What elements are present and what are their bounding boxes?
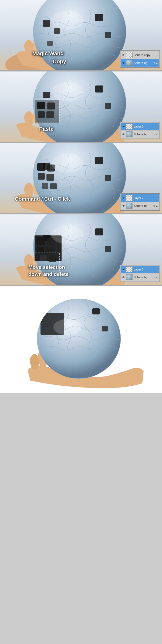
layers-panel-4: 👁 Layer 2 👁 Sphere bg fx ▲ <box>120 265 160 282</box>
label-paste: Paste <box>39 125 53 132</box>
layer-row-sphere-bg-p2[interactable]: 👁 Sphere bg fx ▲ <box>121 131 159 138</box>
panel-3: Command / Ctrl - Click 👁 Layer 2 👁 Spher… <box>0 143 162 214</box>
svg-rect-42 <box>46 247 54 254</box>
svg-point-49 <box>37 299 121 379</box>
fx-icon-p4: fx ▲ <box>153 276 158 279</box>
layer-row-sphere-bg-p4[interactable]: 👁 Sphere bg fx ▲ <box>121 273 159 281</box>
svg-rect-12 <box>95 85 103 93</box>
layer-name-p2-2: Sphere bg <box>134 133 152 136</box>
svg-point-32 <box>51 154 84 173</box>
panel-5 <box>0 286 162 393</box>
svg-rect-26 <box>37 163 45 171</box>
globe-image-5 <box>1 286 162 393</box>
svg-point-46 <box>51 225 84 244</box>
layer-thumb-p4-1 <box>126 266 133 272</box>
eye-icon-2: 👁 <box>122 61 125 65</box>
fx-icon-p3: fx ▲ <box>153 204 158 207</box>
svg-rect-50 <box>92 308 100 314</box>
layer-row-sphere-copy[interactable]: 👁 Sphere copy <box>121 51 159 59</box>
svg-rect-37 <box>105 246 111 252</box>
eye-icon-p2-2: 👁 <box>122 132 125 136</box>
svg-rect-19 <box>46 111 54 118</box>
layer-thumb-1 <box>126 52 133 58</box>
layer-thumb-p4-2 <box>126 274 133 280</box>
svg-rect-25 <box>105 175 111 181</box>
svg-rect-30 <box>42 183 48 189</box>
svg-rect-44 <box>49 256 56 262</box>
layer-row-layer2-p4[interactable]: 👁 Layer 2 <box>121 266 159 273</box>
layer-name-p4-2: Sphere bg <box>134 276 152 279</box>
svg-rect-29 <box>46 174 54 181</box>
layer-thumb-p3-1 <box>126 195 133 201</box>
layers-panel-2: 👁 Layer 2 👁 Sphere bg fx ▲ <box>120 122 160 139</box>
layer-name-p3-1: Layer 2 <box>134 196 158 200</box>
svg-point-8 <box>51 11 84 30</box>
panel-2: Paste 👁 Layer 2 👁 Sphere bg fx ▲ <box>0 71 162 143</box>
svg-rect-31 <box>50 183 57 189</box>
eye-icon-p2-1: 👁 <box>122 125 125 128</box>
svg-rect-43 <box>40 255 47 261</box>
layer-row-sphere-bg[interactable]: 👁 Sphere bg fx ▲ <box>121 59 159 67</box>
layers-panel-3: 👁 Layer 2 👁 Sphere bg fx ▲ <box>120 193 160 211</box>
label-down-delete: down and delete <box>28 271 69 278</box>
layer-name-p2-1: Layer 2 <box>134 125 158 128</box>
svg-rect-17 <box>47 102 55 109</box>
fx-icon-p2: fx ▲ <box>153 133 158 136</box>
layer-thumb-p2-2 <box>126 131 133 137</box>
layer-row-sphere-bg-p3[interactable]: 👁 Sphere bg fx ▲ <box>121 202 159 210</box>
svg-rect-3 <box>43 20 50 27</box>
layer-name-2: Sphere bg <box>134 61 152 64</box>
svg-point-20 <box>51 82 84 101</box>
layer-thumb-2 <box>126 60 133 66</box>
svg-rect-5 <box>95 14 103 21</box>
layer-thumb-p2-1 <box>126 124 133 129</box>
svg-rect-18 <box>38 111 45 118</box>
svg-rect-11 <box>43 92 50 98</box>
eye-icon-p4-2: 👁 <box>122 275 125 279</box>
label-move-sel: Move selection <box>28 264 65 270</box>
svg-rect-13 <box>105 103 111 109</box>
eye-icon-p3-2: 👁 <box>122 204 125 208</box>
panel-1: Magic Wand Copy 👁 Sphere copy 👁 Sphere b… <box>0 0 162 71</box>
layer-name-p4-1: Layer 2 <box>134 268 158 271</box>
layer-row-layer2-p2[interactable]: 👁 Layer 2 <box>121 123 159 130</box>
svg-rect-6 <box>105 32 111 38</box>
svg-point-53 <box>53 319 82 335</box>
panel-4: Move selection down and delete 👁 Layer 2… <box>0 214 162 286</box>
svg-rect-24 <box>95 157 103 164</box>
label-copy: Copy <box>53 58 66 65</box>
layer-thumb-p3-2 <box>126 203 133 209</box>
svg-rect-36 <box>95 228 103 235</box>
svg-rect-28 <box>38 173 45 180</box>
layer-name-1: Sphere copy <box>134 53 158 57</box>
layers-panel-1: 👁 Sphere copy 👁 Sphere bg fx ▲ <box>120 50 160 68</box>
label-magic-wand: Magic Wand <box>32 50 64 57</box>
fx-icon-1: fx ▲ <box>153 61 158 64</box>
svg-rect-39 <box>36 237 45 245</box>
svg-rect-51 <box>102 326 108 331</box>
svg-rect-16 <box>37 102 45 109</box>
label-command-ctrl: Command / Ctrl - Click <box>15 196 70 203</box>
layer-name-p3-2: Sphere bg <box>134 204 152 207</box>
layer-row-layer2-p3[interactable]: 👁 Layer 2 <box>121 194 159 202</box>
eye-icon-1: 👁 <box>122 53 125 57</box>
svg-rect-4 <box>54 28 60 34</box>
eye-icon-p3-1: 👁 <box>122 196 125 200</box>
svg-rect-7 <box>47 41 53 46</box>
svg-rect-41 <box>37 247 44 253</box>
eye-icon-p4-1: 👁 <box>122 268 125 271</box>
